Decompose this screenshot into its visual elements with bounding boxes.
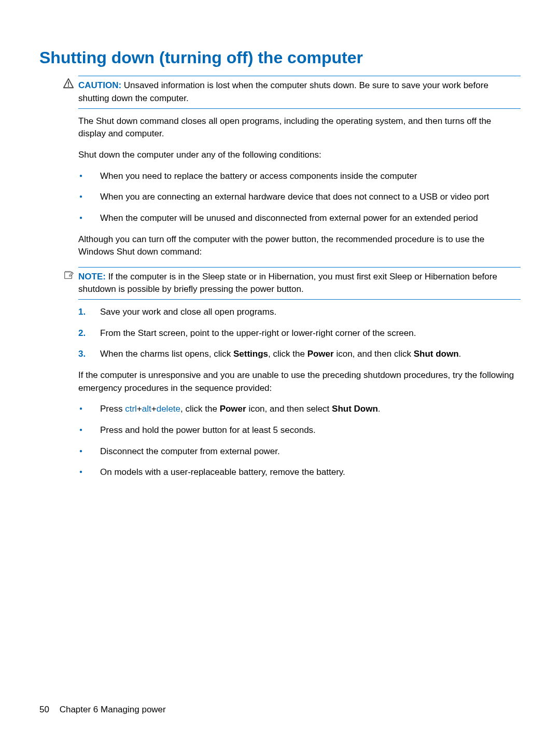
list-item: Disconnect the computer from external po…	[78, 445, 521, 458]
list-item: Press ctrl+alt+delete, click the Power i…	[78, 403, 521, 416]
page-number: 50	[39, 705, 49, 714]
warning-icon	[63, 78, 74, 89]
section-heading: Shutting down (turning off) the computer	[39, 48, 521, 67]
ui-label: Power	[220, 404, 246, 414]
list-item: When you are connecting an external hard…	[78, 191, 521, 204]
list-item: Press and hold the power button for at l…	[78, 424, 521, 437]
chapter-label: Chapter 6 Managing power	[60, 705, 166, 714]
note-icon	[63, 269, 74, 280]
list-item: When you need to replace the battery or …	[78, 170, 521, 183]
ui-label: Shut Down	[332, 404, 378, 414]
intro-paragraph-2: Shut down the computer under any of the …	[78, 149, 521, 162]
list-item: When the computer will be unused and dis…	[78, 212, 521, 225]
svg-point-1	[68, 86, 69, 87]
keycap: delete	[157, 404, 180, 414]
conditions-list: When you need to replace the battery or …	[78, 170, 521, 225]
note-admonition: NOTE: If the computer is in the Sleep st…	[78, 267, 521, 300]
unresponsive-paragraph: If the computer is unresponsive and you …	[78, 369, 521, 395]
caution-text: Unsaved information is lost when the com…	[78, 80, 488, 103]
keycap: alt	[142, 404, 151, 414]
ui-label: Shut down	[414, 349, 459, 359]
list-item: When the charms list opens, click Settin…	[78, 348, 521, 361]
caution-label: CAUTION:	[78, 80, 121, 90]
recommended-paragraph: Although you can turn off the computer w…	[78, 233, 521, 259]
note-label: NOTE:	[78, 272, 106, 282]
list-item: On models with a user-replaceable batter…	[78, 466, 521, 479]
ui-label: Power	[307, 349, 334, 359]
list-item: Save your work and close all open progra…	[78, 306, 521, 319]
emergency-list: Press ctrl+alt+delete, click the Power i…	[78, 403, 521, 479]
list-item: From the Start screen, point to the uppe…	[78, 327, 521, 340]
caution-admonition: CAUTION: Unsaved information is lost whe…	[78, 76, 521, 108]
steps-list: Save your work and close all open progra…	[78, 306, 521, 361]
note-text: If the computer is in the Sleep state or…	[78, 272, 497, 294]
ui-label: Settings	[233, 349, 268, 359]
intro-paragraph-1: The Shut down command closes all open pr…	[78, 115, 521, 140]
keycap: ctrl	[125, 404, 137, 414]
page-footer: 50 Chapter 6 Managing power	[39, 704, 166, 716]
